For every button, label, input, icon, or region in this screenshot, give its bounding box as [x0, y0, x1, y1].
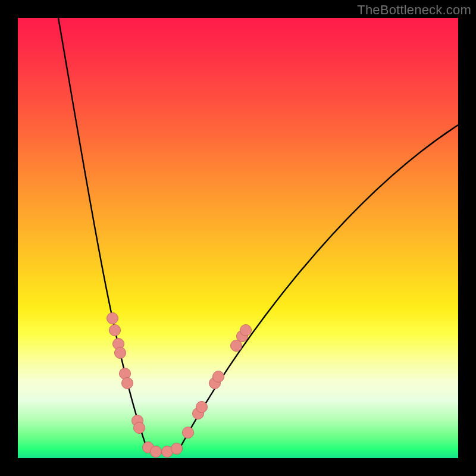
plot-area	[18, 18, 458, 458]
data-marker	[122, 378, 133, 389]
data-marker	[240, 325, 252, 336]
data-marker	[151, 446, 162, 458]
chart-svg	[18, 18, 458, 458]
data-marker	[213, 371, 224, 383]
chart-frame: TheBottleneck.com	[0, 0, 476, 476]
data-marker	[171, 443, 183, 455]
bottleneck-curve	[58, 18, 458, 453]
data-marker	[115, 347, 126, 359]
data-marker	[134, 422, 145, 434]
watermark-text: TheBottleneck.com	[357, 2, 471, 18]
data-marker	[196, 402, 208, 413]
data-marker	[107, 313, 118, 324]
marker-group	[107, 313, 252, 458]
data-marker	[109, 325, 121, 336]
data-marker	[183, 427, 194, 439]
